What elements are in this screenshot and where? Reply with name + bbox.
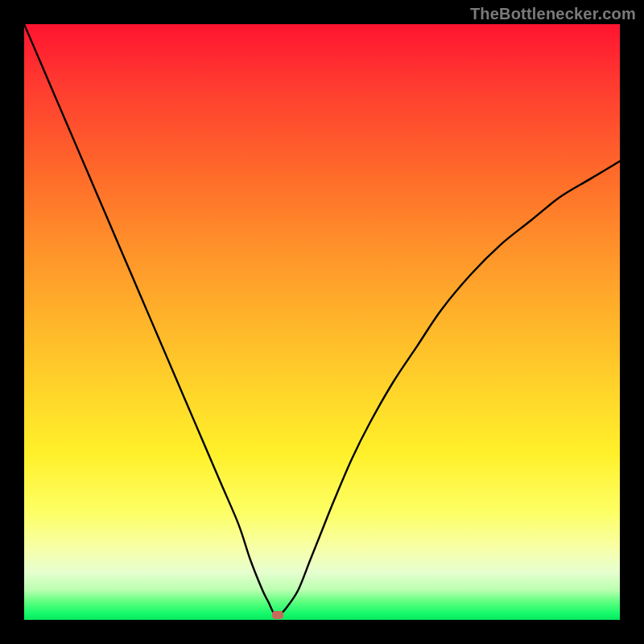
optimal-point-marker: [272, 611, 283, 619]
curve-svg: [24, 24, 620, 620]
bottleneck-curve: [24, 24, 620, 615]
chart-frame: TheBottlenecker.com: [0, 0, 644, 644]
plot-area: [24, 24, 620, 620]
watermark-text: TheBottlenecker.com: [470, 5, 636, 23]
